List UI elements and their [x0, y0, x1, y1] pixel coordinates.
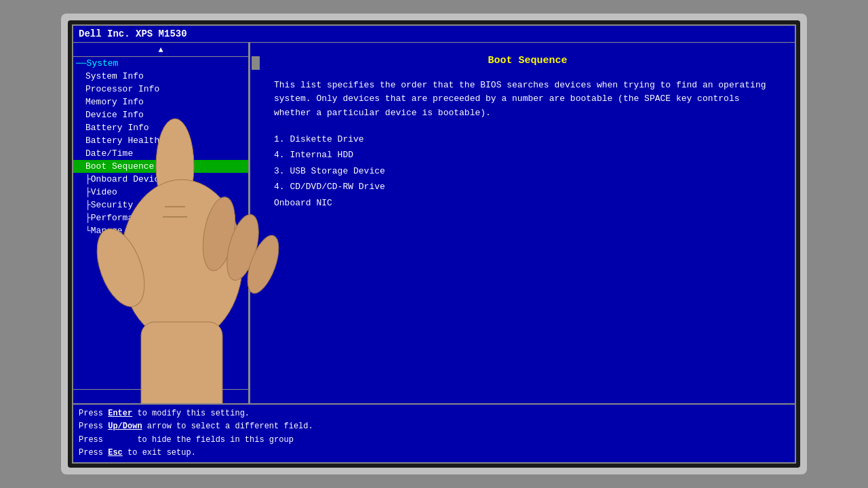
sidebar-item-battery-info[interactable]: Battery Info	[73, 121, 248, 134]
boot-item-1-number: 1.	[274, 134, 290, 144]
boot-item-4[interactable]: 4. CD/DVD/CD-RW Drive	[274, 179, 781, 195]
boot-item-4-label: CD/DVD/CD-RW Drive	[290, 182, 384, 192]
key-enter: Enter	[108, 409, 132, 418]
boot-item-2-label: Internal HDD	[290, 150, 353, 160]
laptop-model: Dell Inc. XPS M1530	[79, 28, 187, 39]
sidebar-item-onboard-devices[interactable]: ├Onboard Devices	[73, 173, 248, 186]
sidebar-item-datetime[interactable]: Date/Time	[73, 147, 248, 160]
boot-item-3-label: USB Storage Device	[290, 166, 384, 176]
sidebar-item-memory-info[interactable]: Memory Info	[73, 96, 248, 108]
scrollbar[interactable]	[250, 43, 260, 403]
scroll-up-indicator: ▲	[73, 44, 248, 57]
sidebar-item-video[interactable]: ├Video	[73, 186, 248, 199]
status-bar: Press Enter to modify this setting. Pres…	[73, 403, 795, 462]
key-updown: Up/Down	[108, 422, 142, 431]
panel-heading: Boot Sequence	[274, 54, 781, 69]
left-panel: ▲ ──System System Info Processor Info Me…	[73, 43, 250, 403]
menu-items: ──System System Info Processor Info Memo…	[73, 57, 248, 389]
bios-container: Dell Inc. XPS M1530 ▲ ──System System In…	[72, 24, 796, 464]
boot-item-3[interactable]: 3. USB Storage Device	[274, 163, 781, 180]
laptop-outer: Dell Inc. XPS M1530 ▲ ──System System In…	[61, 14, 807, 474]
boot-item-2-number: 4.	[274, 150, 290, 160]
sidebar-item-device-info[interactable]: Device Info	[73, 108, 248, 121]
sidebar-item-boot-sequence[interactable]: Boot Sequence	[73, 160, 248, 173]
status-line-3: Press to hide the fields in this group	[79, 434, 789, 447]
description-text: This list specifies the order that the B…	[274, 79, 781, 121]
boot-item-4-number: 4.	[274, 182, 290, 192]
status-line-1: Press Enter to modify this setting.	[79, 407, 789, 420]
sidebar-item-management[interactable]: └Manage...	[73, 224, 248, 237]
scroll-down-indicator: ▼	[73, 389, 248, 402]
status-line-2: Press Up/Down arrow to select a differen…	[79, 420, 789, 433]
sidebar-item-system-info[interactable]: System Info	[73, 70, 248, 83]
boot-item-1[interactable]: 1. Diskette Drive	[274, 131, 781, 148]
sidebar-item-system[interactable]: ──System	[73, 57, 248, 70]
sidebar-item-processor-info[interactable]: Processor Info	[73, 83, 248, 96]
boot-list: 1. Diskette Drive 4. Internal HDD 3. USB…	[274, 131, 781, 211]
boot-item-5[interactable]: Onboard NIC	[274, 195, 781, 211]
status-line-4: Press Esc to exit setup.	[79, 447, 789, 460]
scrollbar-thumb[interactable]	[252, 56, 260, 70]
boot-item-5-label: Onboard NIC	[274, 198, 332, 208]
boot-item-3-number: 3.	[274, 166, 290, 176]
key-esc: Esc	[108, 448, 123, 458]
boot-item-2[interactable]: 4. Internal HDD	[274, 147, 781, 163]
sidebar-item-performance[interactable]: ├Performance	[73, 211, 248, 224]
bios-body: ▲ ──System System Info Processor Info Me…	[73, 43, 795, 403]
system-icon: ─	[76, 58, 81, 68]
sidebar-item-security[interactable]: ├Security	[73, 199, 248, 211]
screen-bezel: Dell Inc. XPS M1530 ▲ ──System System In…	[68, 20, 800, 468]
boot-item-1-label: Diskette Drive	[290, 134, 363, 144]
sidebar-item-battery-health[interactable]: Battery Health	[73, 134, 248, 147]
right-panel: Boot Sequence This list specifies the or…	[260, 43, 795, 403]
title-bar: Dell Inc. XPS M1530	[73, 26, 795, 43]
